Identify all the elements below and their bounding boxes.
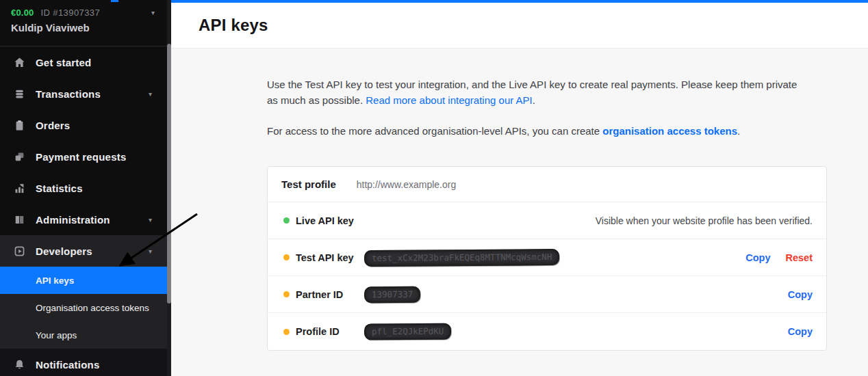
sidebar-item-label: Transactions [36,88,101,100]
sidebar-item-administration[interactable]: Administration ▾ [0,204,167,235]
sidebar-nav: Get started Transactions ▾ Orders Pa [0,46,167,376]
sidebar-item-your-apps[interactable]: Your apps [0,321,167,349]
sidebar-item-developers[interactable]: Developers ▾ [0,235,167,267]
intro-text-segment: . [737,125,740,137]
sidebar-item-label: Notifications [36,359,99,371]
payment-requests-icon [14,151,25,163]
transactions-icon [14,88,25,100]
live-key-note: Visible when your website profile has be… [357,215,813,226]
chevron-down-icon[interactable]: ▾ [149,247,152,255]
redacted-test-api-key: test_xCx2M23braFkEQEq8MTTNMcqWsmcNH [364,249,560,267]
sidebar: €0.00 ID #13907337 ▾ Kuldip Viaviweb Get… [0,0,171,376]
sidebar-item-label: Statistics [36,183,83,194]
status-dot-partner [283,291,290,297]
page-title: API keys [199,16,268,35]
key-value: test_xCx2M23braFkEQEq8MTTNMcqWsmcNH [364,250,559,266]
copy-button[interactable]: Copy [745,252,770,263]
intro-text-segment: . [533,94,535,106]
key-label: Profile ID [296,326,357,337]
key-label: Test API key [296,252,357,263]
copy-button[interactable]: Copy [788,289,813,300]
live-api-key-row: Live API key Visible when your website p… [268,202,826,239]
developers-icon [14,245,25,257]
intro-paragraph-1: Use the Test API key to test your integr… [267,77,809,108]
chevron-down-icon[interactable]: ▾ [149,216,152,224]
chevron-down-icon[interactable]: ▾ [151,9,155,16]
api-keys-card: Test profile http://www.example.org Live… [267,166,827,351]
read-more-link[interactable]: Read more about integrating our API [366,94,533,106]
key-value: 13907337 [364,286,420,303]
screenshot-artifact [111,0,118,2]
sidebar-item-api-keys[interactable]: API keys [0,267,167,294]
bell-icon [14,359,25,371]
profile-id-row: Profile ID pfl_E2QJkEPdKU Copy [268,313,826,350]
reset-button[interactable]: Reset [786,252,813,263]
sidebar-item-label: Orders [36,120,70,131]
sidebar-subitem-label: Organisation access tokens [36,303,149,313]
page-header: API keys [171,3,868,49]
sidebar-item-statistics[interactable]: Statistics [0,172,167,204]
key-label: Partner ID [296,289,357,300]
intro-text-segment: For access to the more advanced organisa… [267,125,602,137]
sidebar-item-payment-requests[interactable]: Payment requests [0,141,167,172]
profile-name: Test profile [281,178,336,190]
sidebar-item-notifications[interactable]: Notifications [0,349,167,376]
copy-button[interactable]: Copy [788,326,813,337]
sidebar-subitem-label: Your apps [36,330,77,340]
key-label: Live API key [296,215,357,226]
developers-section: Developers ▾ API keys Organisation acces… [0,235,167,349]
sidebar-item-get-started[interactable]: Get started [0,46,167,78]
intro-paragraph-2: For access to the more advanced organisa… [267,123,809,139]
profile-url: http://www.example.org [357,179,457,190]
test-api-key-row: Test API key test_xCx2M23braFkEQEq8MTTNM… [268,239,826,276]
status-dot-test [283,254,290,260]
redacted-partner-id: 13907337 [364,286,420,303]
home-icon [14,57,25,68]
administration-icon [14,214,25,226]
sidebar-item-orders[interactable]: Orders [0,109,167,141]
statistics-icon [14,183,25,194]
account-switcher[interactable]: €0.00 ID #13907337 ▾ Kuldip Viaviweb [0,0,171,46]
account-balance: €0.00 [11,8,34,18]
main-content: API keys Use the Test API key to test yo… [171,0,868,376]
profile-header: Test profile http://www.example.org [268,167,826,202]
account-id: ID #13907337 [41,8,100,18]
app-window: €0.00 ID #13907337 ▾ Kuldip Viaviweb Get… [0,0,868,376]
sidebar-item-label: Payment requests [36,151,126,163]
key-value: pfl_E2QJkEPdKU [364,323,451,340]
status-dot-profile [283,329,290,335]
intro-text: Use the Test API key to test your integr… [267,77,809,139]
redacted-profile-id: pfl_E2QJkEPdKU [364,323,452,340]
sidebar-item-transactions[interactable]: Transactions ▾ [0,78,167,109]
sidebar-subitem-label: API keys [36,276,74,286]
chevron-down-icon[interactable]: ▾ [149,90,152,98]
status-dot-live [283,217,290,224]
account-name: Kuldip Viaviweb [11,22,162,33]
sidebar-item-label: Developers [36,245,92,257]
sidebar-item-label: Get started [36,57,91,68]
partner-id-row: Partner ID 13907337 Copy [268,276,826,313]
organisation-access-tokens-link[interactable]: organisation access tokens [602,125,737,137]
sidebar-item-organisation-access-tokens[interactable]: Organisation access tokens [0,294,167,321]
orders-icon [14,120,25,131]
sidebar-item-label: Administration [36,214,110,226]
